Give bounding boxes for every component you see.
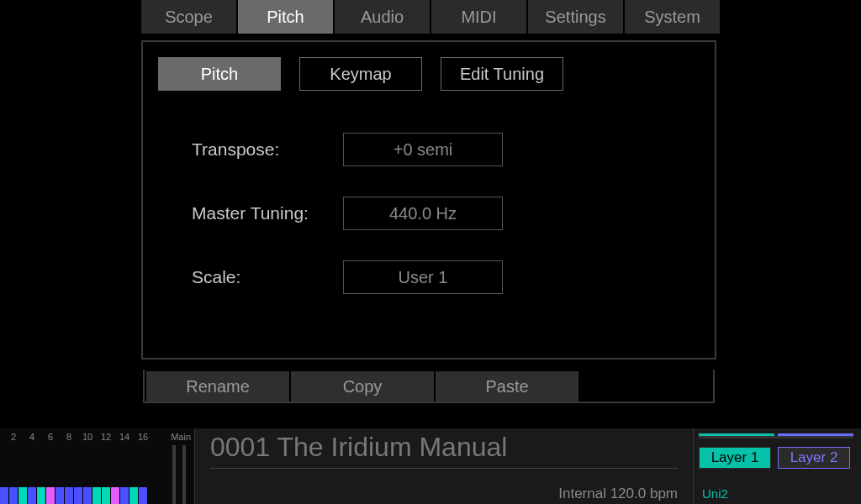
midi-bar: [9, 487, 18, 504]
midi-bar: [120, 487, 129, 504]
preset-name: 0001 The Iridium Manual: [210, 432, 678, 463]
transpose-label: Transpose:: [192, 139, 343, 160]
midi-bar: [83, 487, 92, 504]
midi-bar: [102, 487, 111, 504]
action-row: Rename Copy Paste: [143, 370, 715, 403]
master-tuning-row: Master Tuning: 440.0 Hz: [158, 197, 700, 230]
sub-tab-bar: Pitch Keymap Edit Tuning: [158, 57, 700, 91]
midi-bars: [0, 487, 148, 504]
layer-area: Layer 1 Layer 2 Uni2: [693, 428, 861, 504]
bottom-bar: 2 4 6 8 10 12 14 16 Main: [0, 428, 861, 504]
layer-2-button[interactable]: Layer 2: [778, 447, 850, 469]
tab-scope[interactable]: Scope: [141, 0, 236, 34]
tab-system[interactable]: System: [625, 0, 720, 34]
midi-bar: [18, 487, 28, 504]
main-meter-2: [172, 445, 176, 504]
midi-bar: [37, 487, 46, 504]
midi-bar: [65, 487, 74, 504]
preset-area[interactable]: 0001 The Iridium Manual Internal 120.0 b…: [195, 428, 693, 504]
midi-main-label: Main: [171, 432, 191, 442]
svg-rect-1: [778, 433, 853, 436]
midi-activity-monitor[interactable]: 2 4 6 8 10 12 14 16 Main: [0, 428, 195, 504]
tab-midi[interactable]: MIDI: [431, 0, 526, 34]
pitch-settings-panel: Pitch Keymap Edit Tuning Transpose: +0 s…: [141, 40, 716, 360]
main-meter-1: [182, 445, 186, 504]
tab-audio[interactable]: Audio: [335, 0, 430, 34]
midi-bar: [111, 487, 120, 504]
divider: [210, 468, 678, 469]
voice-mode-label: Uni2: [702, 486, 728, 501]
tab-settings[interactable]: Settings: [528, 0, 623, 34]
transpose-row: Transpose: +0 semi: [158, 133, 700, 166]
midi-bar: [46, 487, 55, 504]
tempo-readout[interactable]: Internal 120.0 bpm: [558, 486, 678, 502]
scale-label: Scale:: [192, 267, 343, 287]
layer-buttons: Layer 1 Layer 2: [699, 447, 856, 469]
subtab-edit-tuning[interactable]: Edit Tuning: [441, 57, 563, 91]
scale-value[interactable]: User 1: [343, 260, 503, 294]
subtab-keymap[interactable]: Keymap: [299, 57, 422, 91]
midi-bar: [92, 487, 102, 504]
layer-meters: [699, 433, 853, 438]
rename-button[interactable]: Rename: [146, 371, 289, 402]
top-tab-bar: Scope Pitch Audio MIDI Settings System: [141, 0, 720, 34]
midi-bar: [129, 487, 139, 504]
midi-bar: [55, 487, 65, 504]
scale-row: Scale: User 1: [158, 260, 700, 294]
midi-bar: [28, 487, 37, 504]
midi-bar: [74, 487, 83, 504]
svg-rect-0: [699, 433, 774, 436]
midi-channel-numbers: 2 4 6 8 10 12 14 16: [5, 432, 151, 442]
paste-button[interactable]: Paste: [436, 371, 578, 402]
midi-bar: [0, 487, 9, 504]
master-tuning-label: Master Tuning:: [192, 203, 343, 223]
master-tuning-value[interactable]: 440.0 Hz: [343, 197, 503, 230]
copy-button[interactable]: Copy: [291, 371, 434, 402]
layer-1-button[interactable]: Layer 1: [699, 447, 771, 469]
subtab-pitch[interactable]: Pitch: [158, 57, 281, 91]
svg-rect-2: [699, 436, 853, 438]
transpose-value[interactable]: +0 semi: [343, 133, 503, 166]
midi-bar: [139, 487, 148, 504]
tab-pitch[interactable]: Pitch: [238, 0, 333, 34]
